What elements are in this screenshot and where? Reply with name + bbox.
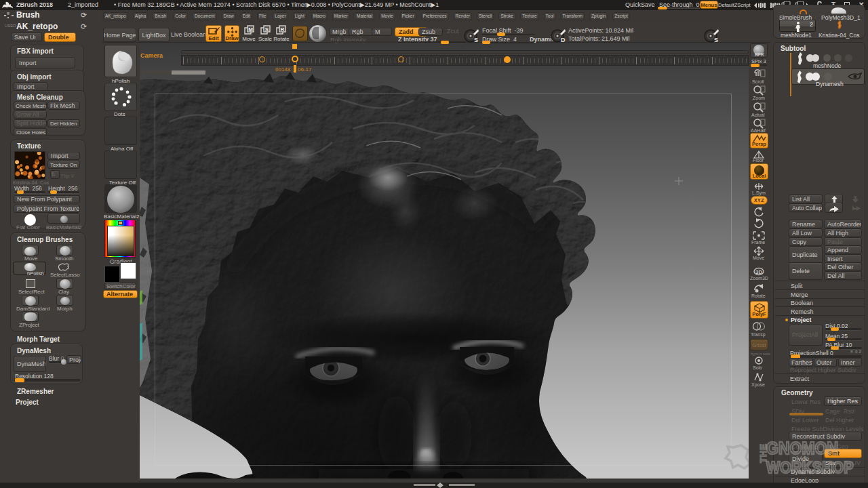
svg-text:3D: 3D xyxy=(755,269,762,275)
svg-text:M: M xyxy=(248,26,253,33)
svg-text:S: S xyxy=(714,37,718,43)
svg-text:S: S xyxy=(265,26,269,33)
svg-text:R: R xyxy=(281,26,285,33)
svg-text:S: S xyxy=(474,37,478,43)
svg-text:D: D xyxy=(561,37,566,43)
